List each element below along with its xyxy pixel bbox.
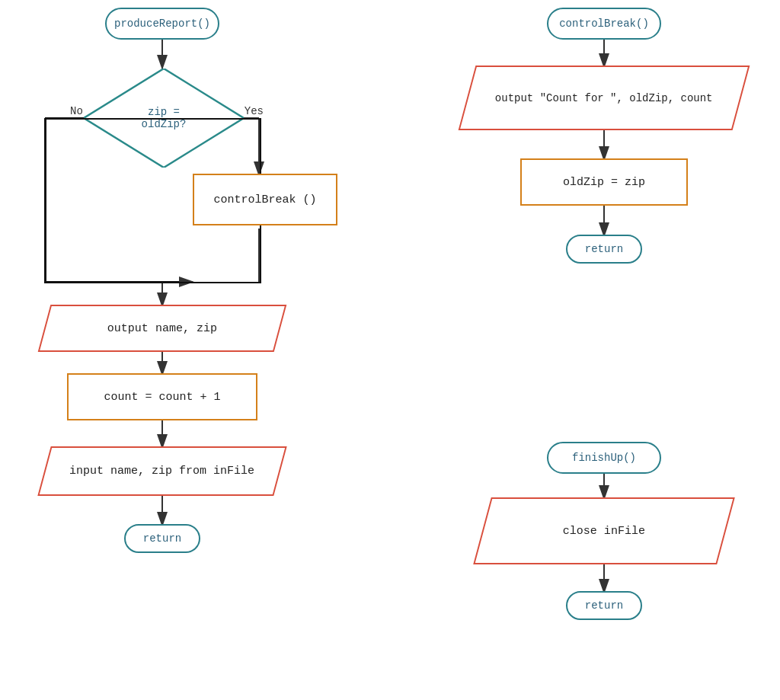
return-terminal-left: return — [124, 524, 200, 553]
diagram: produceReport() zip =oldZip? No Yes cont… — [0, 0, 780, 700]
no-label: No — [70, 105, 83, 117]
control-break-terminal: controlBreak() — [547, 8, 661, 40]
control-break-call-box: controlBreak () — [193, 174, 337, 225]
output-name-zip-io: output name, zip — [38, 305, 287, 352]
return-terminal-control-break: return — [566, 235, 642, 264]
yes-label: Yes — [245, 105, 264, 117]
input-name-zip-io: input name, zip from inFile — [37, 446, 286, 496]
produce-report-terminal: produceReport() — [105, 8, 219, 40]
finish-up-terminal: finishUp() — [547, 442, 661, 474]
return-terminal-finish-up: return — [566, 591, 642, 620]
close-infile-io: close inFile — [473, 497, 735, 564]
output-count-io: output "Count for ", oldZip, count — [459, 66, 750, 130]
count-process-box: count = count + 1 — [67, 373, 257, 420]
oldzip-equals-zip-box: oldZip = zip — [520, 158, 688, 206]
